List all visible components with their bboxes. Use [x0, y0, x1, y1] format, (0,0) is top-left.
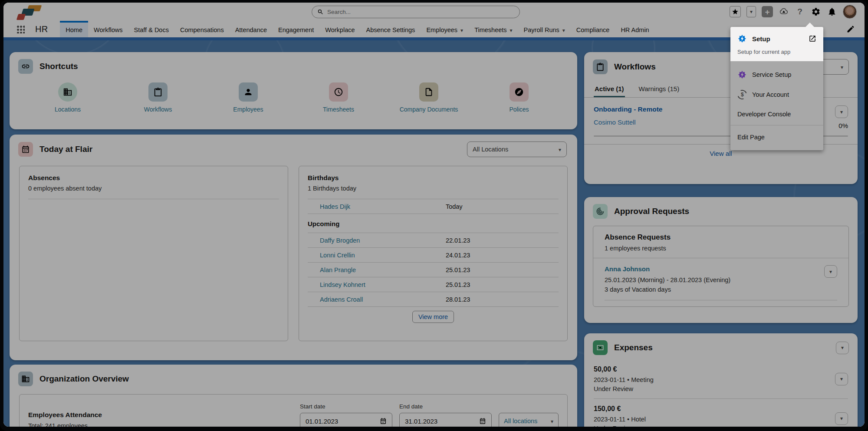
screenshot-window: + ? HR Home Workflows Staff & Docs Compe… — [0, 0, 868, 431]
setup-menu-item-highlighted[interactable]: Setup Setup for current app — [730, 27, 823, 61]
setup-menu-label: Setup — [752, 35, 803, 43]
setup-gear-bolt-icon — [737, 34, 747, 43]
dollar-cycle-icon: $ — [736, 88, 748, 101]
setup-menu-description: Setup for current app — [730, 45, 823, 55]
developer-console-menu-item[interactable]: Developer Console — [730, 105, 823, 124]
service-setup-gear-icon — [737, 70, 747, 79]
setup-menu-rest: Service Setup $ Your Account Developer C… — [730, 61, 823, 150]
your-account-menu-item[interactable]: $ Your Account — [730, 85, 823, 105]
edit-page-menu-item[interactable]: Edit Page — [730, 127, 823, 148]
external-link-icon — [809, 35, 816, 43]
setup-dropdown-menu: Setup Setup for current app Service Setu… — [730, 27, 823, 150]
service-setup-menu-item[interactable]: Service Setup — [730, 65, 823, 85]
app-screen: + ? HR Home Workflows Staff & Docs Compe… — [3, 3, 865, 427]
menu-divider — [730, 125, 823, 125]
